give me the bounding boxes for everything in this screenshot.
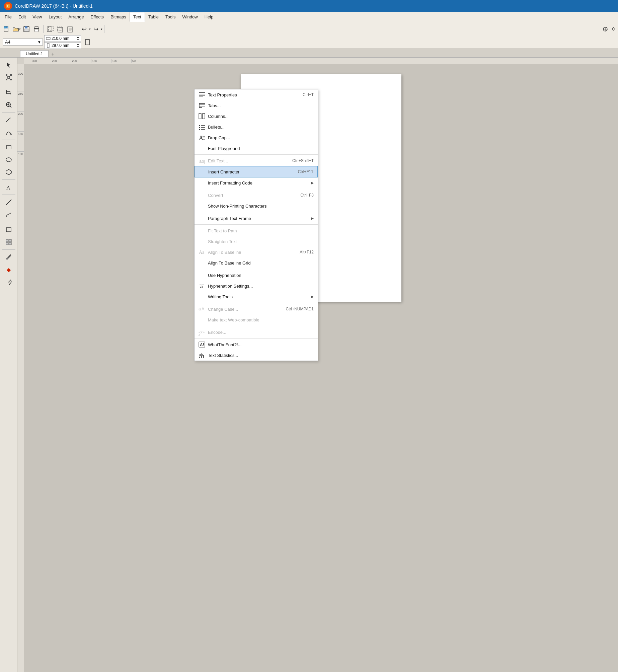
menu-tools[interactable]: Tools [162,12,179,22]
height-down[interactable]: ▼ [77,46,79,48]
menu-item-text-properties[interactable]: Text Properties Ctrl+T [195,89,318,100]
line-tool[interactable] [3,196,15,208]
freehand-tool[interactable] [3,114,15,126]
svg-text:A!: A! [200,343,204,347]
page-canvas [24,64,618,672]
snap-label: 0 [610,26,617,31]
menu-item-make-web-compatible: Make text Web-compatible [195,314,318,325]
svg-rect-26 [6,74,7,76]
menu-item-font-playground[interactable]: Font Playground [195,143,318,154]
insert-char-icon [198,168,207,175]
svg-point-35 [10,134,12,135]
align-to-baseline-grid-label: Align To Baseline Grid [208,260,314,266]
publish-button[interactable] [65,24,75,34]
svg-text:a A: a A [199,307,204,311]
menu-item-tabs[interactable]: Tabs... [195,100,318,111]
menu-item-insert-character[interactable]: Insert Character Ctrl+F11 [195,166,318,177]
menu-item-insert-formatting[interactable]: Insert Formatting Code ▶ [195,177,318,188]
tool-sep-1 [2,85,15,85]
new-button[interactable] [1,24,11,34]
change-case-icon: a A [197,306,207,312]
menu-item-drop-cap[interactable]: A Drop Cap... [195,132,318,143]
menu-effects[interactable]: Effects [87,12,107,22]
undo-button[interactable]: ↩ [79,24,89,34]
rectangle-tool[interactable] [3,141,15,153]
dimension-tool[interactable] [3,224,15,236]
tabs-icon [197,102,207,109]
svg-text:A: A [199,334,200,336]
menu-bitmaps[interactable]: Bitmaps [107,12,130,22]
menu-file[interactable]: File [1,12,15,22]
text-stats-icon: ab [197,352,207,359]
menu-bar: File Edit View Layout Arrange Effects Bi… [0,12,618,22]
menu-item-use-hyphenation[interactable]: Use Hyphenation [195,270,318,281]
use-hyphenation-label: Use Hyphenation [208,273,314,278]
tool-sep-5 [2,195,15,195]
width-input[interactable]: 210.0 mm ▲▼ [44,35,81,42]
print-button[interactable] [31,24,42,34]
edit-text-icon: ab| [197,157,207,164]
tool-sep-4 [2,179,15,180]
ellipse-tool[interactable] [3,154,15,166]
straighten-text-label: Straighten Text [208,239,314,244]
crop-tool[interactable] [3,86,15,98]
text-tool[interactable]: A [3,181,15,193]
menu-item-columns[interactable]: Columns... [195,111,318,122]
convert-shortcut: Ctrl+F8 [300,193,314,198]
import-button[interactable] [45,24,55,34]
property-bar: A4 ▾ 210.0 mm ▲▼ 297.0 mm ▲▼ [0,36,618,48]
menu-item-hyphenation-settings[interactable]: Hyphenation Settings... [195,281,318,291]
ruler-left-200: 200 [17,111,24,131]
menu-text[interactable]: Text [130,12,145,22]
redo-button[interactable]: ↪ [91,24,101,34]
svg-rect-18 [68,27,72,32]
menu-item-writing-tools[interactable]: Writing Tools ▶ [195,291,318,302]
node-edit-tool[interactable] [3,71,15,83]
insert-character-shortcut: Ctrl+F11 [298,169,313,174]
erase-tool[interactable] [3,276,15,288]
save-button[interactable] [21,24,31,34]
select-tool[interactable] [3,59,15,71]
export-button[interactable] [55,24,65,34]
title-bar-text: CorelDRAW 2017 (64-Bit) - Untitled-1 [15,3,93,9]
menu-item-show-nonprinting[interactable]: Show Non-Printing Characters [195,201,318,211]
fill-tool[interactable]: ◆ [3,264,15,276]
redo-arrow[interactable]: ▾ [101,27,102,31]
menu-item-bullets[interactable]: Bullets... [195,122,318,132]
tab-add-button[interactable]: + [49,51,56,57]
pattern-tool[interactable] [3,236,15,248]
menu-item-text-statistics[interactable]: ab Text Statistics... [195,350,318,361]
edit-text-label: Edit Text... [208,158,290,163]
align-to-baseline-label: Align To Baseline [208,250,297,255]
menu-arrange[interactable]: Arrange [65,12,87,22]
page-size-dropdown[interactable]: A4 ▾ [3,39,43,46]
menu-edit[interactable]: Edit [15,12,29,22]
svg-point-59 [199,125,200,126]
eyedropper-tool[interactable] [3,251,15,263]
connector-tool[interactable] [3,209,15,221]
height-input[interactable]: 297.0 mm ▲▼ [44,42,81,49]
snap-button[interactable] [600,24,610,34]
svg-rect-58 [203,114,205,119]
menu-layout[interactable]: Layout [45,12,65,22]
left-toolbar: A ◆ [0,58,17,672]
menu-item-paragraph-text-frame[interactable]: Paragraph Text Frame ▶ [195,213,318,224]
tab-untitled1[interactable]: Untitled-1 [20,50,49,57]
svg-marker-38 [6,169,11,175]
main-area: A ◆ 300 [0,58,618,672]
fit-text-icon [197,227,207,234]
orientation-button[interactable] [82,37,92,47]
menu-item-edit-text: ab| Edit Text... Ctrl+Shift+T [195,155,318,166]
open-button[interactable]: ▾ [11,24,21,34]
width-down[interactable]: ▼ [77,39,79,41]
polygon-tool[interactable] [3,166,15,178]
menu-window[interactable]: Window [179,12,201,22]
menu-item-whatthefont[interactable]: A! WhatTheFont?!... [195,339,318,350]
smart-draw-tool[interactable] [3,126,15,138]
menu-help[interactable]: Help [201,12,217,22]
svg-text:Aa: Aa [199,250,205,255]
menu-item-align-to-baseline-grid[interactable]: Align To Baseline Grid [195,257,318,268]
menu-view[interactable]: View [29,12,45,22]
menu-table[interactable]: Table [145,12,162,22]
zoom-tool[interactable] [3,99,15,111]
